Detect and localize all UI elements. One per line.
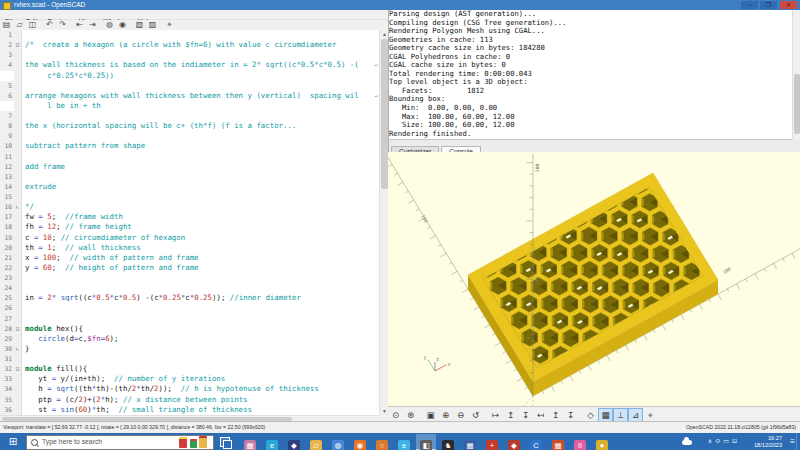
view-top-icon[interactable]: ↥ [503, 408, 518, 422]
office-app-icon[interactable]: ▦ [548, 434, 568, 449]
maximize-button[interactable]: ❒ [760, 1, 777, 9]
task-view-button[interactable] [220, 437, 230, 447]
editor-line: 17 fw = 5; //frame width [0, 212, 379, 222]
fold-marker[interactable]: ∟ [14, 344, 22, 354]
pink-app-icon[interactable]: II [570, 434, 590, 449]
internet-explorer-icon[interactable]: e [394, 434, 414, 449]
editor-line: 12 add frame [0, 162, 379, 172]
code-text [22, 273, 25, 282]
console-scrollbar-thumb[interactable] [794, 74, 800, 134]
orthographic-icon[interactable]: ▦ [598, 408, 613, 422]
fold-marker [14, 334, 22, 344]
view-front-icon[interactable]: ↥ [548, 408, 563, 422]
code-text: th = 1; // wall thickness [22, 243, 141, 252]
pinwheel-app-icon[interactable]: + [482, 434, 502, 449]
code-text: circle(d=c,$fn=6); [22, 334, 119, 343]
close-button[interactable]: ✕ [780, 1, 797, 9]
code-text: the wall thickness is based on the india… [22, 60, 359, 69]
line-number: 31 [0, 354, 14, 364]
photos-app-icon[interactable]: ▦ [240, 434, 260, 449]
zoom-out-icon[interactable]: ⊖ [453, 408, 468, 422]
yellow-app-icon[interactable]: ● [592, 434, 612, 449]
taskbar-clock[interactable]: 16:27 18/12/2023 [754, 435, 782, 448]
blue-sphere-app-icon[interactable]: ◍ [328, 434, 348, 449]
reset-view-icon[interactable]: ↺ [468, 408, 483, 422]
view-preview-icon[interactable]: ⊙ [388, 408, 403, 422]
show-desktop-button[interactable] [796, 433, 800, 450]
tray-display-icon[interactable]: ▭ [723, 438, 729, 444]
new-file-icon[interactable]: ▤ [0, 20, 13, 29]
redo-icon[interactable]: ↷ [56, 20, 69, 29]
c-app-icon[interactable]: C [526, 434, 546, 449]
action-center-button[interactable]: ≡ [790, 433, 795, 450]
office-app-icon: ▦ [552, 440, 564, 450]
view-all-icon[interactable]: ⌖ [163, 20, 176, 29]
fold-marker[interactable]: ⊟ [14, 324, 22, 334]
save-icon[interactable]: ◫ [26, 20, 39, 29]
view-left-icon[interactable]: ↤ [533, 408, 548, 422]
render-icon[interactable]: ◉ [116, 20, 129, 29]
line-number: 12 [0, 162, 14, 172]
horse-app-icon[interactable]: ♞ [438, 434, 458, 449]
line-number: 7 [0, 111, 14, 121]
show-axes-icon[interactable]: ⊥ [613, 408, 628, 422]
indent-icon[interactable]: ⇥ [86, 20, 99, 29]
file-explorer-icon[interactable]: ▱ [306, 434, 326, 449]
svg-text:z: z [437, 357, 440, 362]
windows-taskbar: ⊞ Type here to search ▦e◆▱◍◉○e◧♞▦+◆C▦II●… [0, 433, 800, 450]
view-back-icon[interactable]: ↧ [563, 408, 578, 422]
open-icon[interactable]: ▱ [13, 20, 26, 29]
code-editor[interactable]: 1 2⊟/* create a hexagon (a circle with $… [0, 30, 379, 415]
view-bottom-icon[interactable]: ↧ [518, 408, 533, 422]
undo-icon[interactable]: ↶ [43, 20, 56, 29]
fold-marker [14, 293, 22, 303]
code-text [22, 152, 25, 161]
tray-settings-icon[interactable]: ⊙ [715, 438, 720, 444]
editor-scrollbar-thumb[interactable] [381, 39, 388, 189]
fold-marker[interactable]: ⊟ [14, 40, 22, 50]
line-number: 28 [0, 324, 14, 334]
pink-app-icon: II [574, 440, 586, 450]
honeycomb-render: 100100100200xyz [388, 152, 800, 406]
calculator-app-icon[interactable]: ▦ [460, 434, 480, 449]
code-text: c = 10; // circumdiameter of hexagon [22, 233, 185, 242]
fold-marker [14, 91, 22, 101]
export-3mf-icon[interactable]: ▨ [146, 20, 159, 29]
view-crosshair-icon[interactable]: ⌖ [643, 408, 658, 422]
weather-widget[interactable]: 12°C [682, 433, 696, 450]
start-button[interactable]: ⊞ [0, 433, 26, 450]
zoom-in-icon[interactable]: ⊕ [438, 408, 453, 422]
code-text [22, 283, 25, 292]
console-scrollbar[interactable] [792, 10, 800, 139]
shield-app-icon[interactable]: ◆ [504, 434, 524, 449]
clock-time: 16:27 [768, 435, 782, 441]
view-render-icon[interactable]: ⊛ [403, 408, 418, 422]
console-panel[interactable]: Parsing design (AST generation)...Compil… [389, 10, 792, 140]
edge-browser-icon[interactable]: e [262, 434, 282, 449]
gimp-app-icon[interactable]: ◧ [416, 434, 436, 450]
search-app-icon[interactable]: ○ [372, 434, 392, 449]
editor-line: 34 h = sqrt((th*th)-(th/2*th/2)); // h i… [0, 384, 379, 394]
hidden-icons-chevron[interactable]: ∧ [708, 438, 712, 444]
minimize-button[interactable]: – [741, 1, 758, 9]
fold-marker[interactable]: ∟ [14, 202, 22, 212]
firefox-browser-icon[interactable]: ◉ [350, 434, 370, 449]
show-scale-markers-icon[interactable]: ⊿ [628, 408, 643, 422]
line-number: 34 [0, 384, 14, 394]
tray-network-icon[interactable]: ⊡ [732, 438, 737, 444]
preview-icon[interactable]: ◍ [103, 20, 116, 29]
unindent-icon[interactable]: ⇤ [73, 20, 86, 29]
fold-marker [14, 212, 22, 222]
cube-app-icon[interactable]: ◆ [284, 434, 304, 449]
edge-browser-icon: e [266, 440, 278, 450]
svg-text:x: x [448, 362, 451, 367]
fold-marker[interactable]: ⊟ [14, 364, 22, 374]
viewport-3d[interactable]: 100100100200xyz [388, 152, 800, 406]
view-right-icon[interactable]: ↦ [488, 408, 503, 422]
gift-icon [190, 439, 197, 448]
perspective-icon[interactable]: ◇ [583, 408, 598, 422]
export-stl-icon[interactable]: ▧ [133, 20, 146, 29]
view-all-icon[interactable]: ▣ [423, 408, 438, 422]
search-box[interactable]: Type here to search [26, 435, 214, 450]
shield-app-icon: ◆ [508, 440, 520, 450]
